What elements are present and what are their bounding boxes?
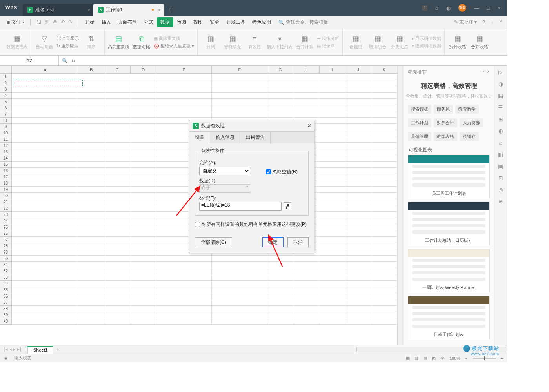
template-thumbnail[interactable]: 一周计划表 Weekly Planner xyxy=(408,249,490,292)
cell[interactable] xyxy=(78,205,104,212)
vertical-scrollbar[interactable] xyxy=(397,66,404,345)
menu-插入[interactable]: 插入 xyxy=(98,17,115,27)
cell[interactable] xyxy=(78,243,104,249)
cell[interactable] xyxy=(345,237,371,243)
more-icon[interactable]: ： xyxy=(491,20,494,24)
cell[interactable] xyxy=(371,249,397,256)
cell[interactable] xyxy=(130,243,156,249)
merge-table-button[interactable]: ▦合并表格 xyxy=(470,34,489,50)
cell[interactable] xyxy=(319,237,345,243)
cell[interactable] xyxy=(212,99,267,105)
view-pagebreak-icon[interactable]: ▥ xyxy=(414,356,418,361)
cell[interactable] xyxy=(345,218,371,224)
cell[interactable] xyxy=(156,274,212,281)
row-header[interactable]: 34 xyxy=(0,281,12,287)
cell[interactable] xyxy=(12,218,78,224)
cell[interactable] xyxy=(319,93,345,99)
cell[interactable] xyxy=(78,174,104,180)
ok-button[interactable]: 确定 xyxy=(262,237,284,247)
menu-开发工具[interactable]: 开发工具 xyxy=(223,17,249,27)
cell[interactable] xyxy=(319,149,345,155)
template-thumbnail[interactable]: 日程工作计划表 xyxy=(408,296,490,339)
row-header[interactable]: 29 xyxy=(0,249,12,256)
cell[interactable] xyxy=(130,212,156,218)
cell[interactable] xyxy=(130,281,156,287)
cell[interactable] xyxy=(78,143,104,149)
cell[interactable] xyxy=(78,312,104,318)
sheet-nav-next-icon[interactable]: ▸ xyxy=(13,347,16,352)
group-create-button[interactable]: ▦创建组 xyxy=(346,34,365,50)
row-header[interactable]: 25 xyxy=(0,224,12,230)
cell[interactable] xyxy=(12,143,78,149)
cell[interactable] xyxy=(130,93,156,99)
row-header[interactable]: 36 xyxy=(0,293,12,299)
rail-icon[interactable]: ◧ xyxy=(498,151,503,158)
cell[interactable] xyxy=(267,268,293,274)
cell[interactable] xyxy=(130,99,156,105)
cell[interactable] xyxy=(156,262,212,268)
cell[interactable] xyxy=(78,293,104,299)
cell[interactable] xyxy=(12,237,78,243)
cell[interactable] xyxy=(293,99,319,105)
cell[interactable] xyxy=(267,86,293,93)
reapply-button[interactable]: ↻ 重新应用 xyxy=(56,43,79,49)
cell[interactable] xyxy=(371,299,397,306)
cell[interactable] xyxy=(78,224,104,230)
group-remove-button[interactable]: ▦取消组合 xyxy=(368,34,387,50)
cell[interactable] xyxy=(319,306,345,312)
cell[interactable] xyxy=(345,256,371,262)
cell[interactable] xyxy=(12,243,78,249)
cell[interactable] xyxy=(130,249,156,256)
cell[interactable] xyxy=(319,224,345,230)
document-tab-2[interactable]: S 工作簿1 × xyxy=(93,4,164,16)
cell[interactable] xyxy=(12,124,78,130)
cell[interactable] xyxy=(212,268,267,274)
cell[interactable] xyxy=(78,105,104,111)
col-header[interactable]: F xyxy=(212,66,267,73)
template-tag[interactable]: 搜索模板 xyxy=(408,105,431,114)
cell[interactable] xyxy=(156,281,212,287)
cell[interactable] xyxy=(130,124,156,130)
cell[interactable] xyxy=(319,105,345,111)
cell[interactable] xyxy=(345,212,371,218)
row-header[interactable]: 6 xyxy=(0,105,12,111)
row-header[interactable]: 13 xyxy=(0,149,12,155)
cell[interactable] xyxy=(371,243,397,249)
cell[interactable] xyxy=(319,199,345,205)
rail-icon[interactable]: ⊞ xyxy=(498,116,503,122)
cell[interactable] xyxy=(78,230,104,237)
col-header[interactable]: H xyxy=(293,66,319,73)
cell[interactable] xyxy=(293,274,319,281)
zoom-in-icon[interactable]: + xyxy=(501,356,503,361)
row-header[interactable]: 40 xyxy=(0,318,12,325)
cell[interactable] xyxy=(104,111,130,118)
search-fx-icon[interactable]: 🔍 xyxy=(62,58,68,64)
cell[interactable] xyxy=(78,155,104,162)
cell[interactable] xyxy=(319,155,345,162)
cell[interactable] xyxy=(130,299,156,306)
cell[interactable] xyxy=(267,105,293,111)
user-avatar[interactable]: 香香 xyxy=(458,4,466,12)
cell[interactable] xyxy=(156,74,212,80)
cell[interactable] xyxy=(130,193,156,199)
cell[interactable] xyxy=(267,318,293,325)
row-header[interactable]: 3 xyxy=(0,86,12,93)
ignore-blank-checkbox[interactable]: 忽略空值(B) xyxy=(266,169,298,175)
col-header[interactable]: J xyxy=(345,66,371,73)
rail-icon[interactable]: ▣ xyxy=(498,163,503,169)
cell[interactable] xyxy=(12,268,78,274)
cell[interactable] xyxy=(371,268,397,274)
cell[interactable] xyxy=(12,105,78,111)
cell[interactable] xyxy=(130,306,156,312)
pivot-table-button[interactable]: ▦数据透视表 xyxy=(6,34,28,50)
cell[interactable] xyxy=(293,93,319,99)
cell[interactable] xyxy=(12,136,78,143)
cell[interactable] xyxy=(371,237,397,243)
row-header[interactable]: 14 xyxy=(0,155,12,162)
cell[interactable] xyxy=(104,99,130,105)
dialog-tab[interactable]: 设置 xyxy=(189,132,210,143)
row-header[interactable]: 38 xyxy=(0,306,12,312)
cell[interactable] xyxy=(371,80,397,86)
cell[interactable] xyxy=(319,205,345,212)
cell[interactable] xyxy=(267,306,293,312)
